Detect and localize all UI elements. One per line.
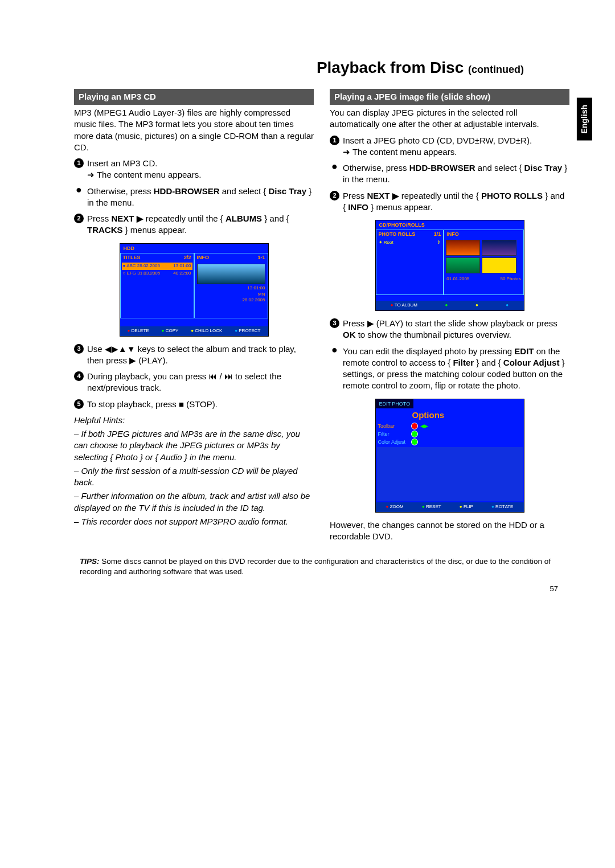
r-bullet-edit: ● You can edit the displayed photo by pr… (330, 346, 569, 392)
language-tab: English (577, 98, 592, 141)
section-heading-mp3: Playing an MP3 CD (74, 89, 314, 105)
step-4: 4 During playback, you can press ⏮ / ⏭ t… (74, 371, 314, 394)
step-badge-3: 3 (74, 344, 84, 354)
step-badge-5: 5 (74, 399, 84, 409)
step-5: 5 To stop playback, press ■ (STOP). (74, 399, 314, 410)
section-heading-jpeg: Playing a JPEG image file (slide show) (330, 89, 569, 105)
hint-2: – Only the first session of a multi-sess… (74, 465, 314, 489)
tips-footer: TIPS: Some discs cannot be played on thi… (74, 556, 569, 577)
right-column: Playing a JPEG image file (slide show) Y… (330, 89, 569, 545)
bullet-icon: ● (74, 186, 84, 209)
step-2: 2 Press NEXT ▶ repeatedly until the { AL… (74, 213, 314, 236)
left-column: Playing an MP3 CD MP3 (MPEG1 Audio Layer… (74, 89, 314, 545)
tips-text: Some discs cannot be played on this DVD … (80, 557, 551, 576)
r-step-2: 2 Press NEXT ▶ repeatedly until the { PH… (330, 190, 569, 214)
photo-rolls-figure: CD/PHOTO/ROLLS PHOTO ROLLS1/1 ✦ Root⇕ IN… (375, 220, 524, 311)
page-number: 57 (74, 584, 569, 594)
step1-text: Insert an MP3 CD. (87, 158, 157, 168)
after-edit-note: However, the changes cannot be stored on… (330, 519, 569, 543)
step-badge-1: 1 (74, 158, 84, 168)
tips-label: TIPS: (80, 557, 100, 566)
step-1: 1 Insert an MP3 CD. ➜ The content menu a… (74, 158, 314, 181)
step-3: 3 Use ◀▶▲▼ keys to select the album and … (74, 343, 314, 367)
r-step-3: 3 Press ▶ (PLAY) to start the slide show… (330, 318, 569, 341)
hint-4: – This recorder does not support MP3PRO … (74, 516, 314, 527)
content-columns: Playing an MP3 CD MP3 (MPEG1 Audio Layer… (74, 89, 569, 545)
bullet-otherwise: ● Otherwise, press HDD-BROWSER and selec… (74, 186, 314, 209)
title-main: Playback from Disc (317, 59, 464, 76)
title-cont: (continued) (468, 64, 524, 75)
hint-3: – Further information on the album, trac… (74, 490, 314, 514)
mp3-intro: MP3 (MPEG1 Audio Layer-3) files are high… (74, 107, 314, 153)
hints-label: Helpful Hints: (74, 415, 314, 426)
hdd-browser-figure: HDD TITLES2/2 ● ABC 28.02.200513:01:00 ○… (120, 243, 269, 337)
jpeg-intro: You can display JPEG pictures in the sel… (330, 107, 569, 130)
r-step-1: 1 Insert a JPEG photo CD (CD, DVD±RW, DV… (330, 135, 569, 158)
edit-photo-figure: EDIT PHOTO Options Toolbar◀▶ Filter Colo… (375, 399, 524, 513)
step-badge-4: 4 (74, 371, 84, 381)
step-badge-2: 2 (74, 214, 84, 223)
r-bullet-otherwise: ● Otherwise, press HDD-BROWSER and selec… (330, 162, 569, 186)
step1-sub: ➜ The content menu appears. (87, 169, 201, 181)
page-title: Playback from Disc (continued) (74, 57, 569, 79)
hint-1: – If both JPEG pictures and MP3s are in … (74, 428, 314, 463)
thumbnail-icon (197, 264, 265, 284)
